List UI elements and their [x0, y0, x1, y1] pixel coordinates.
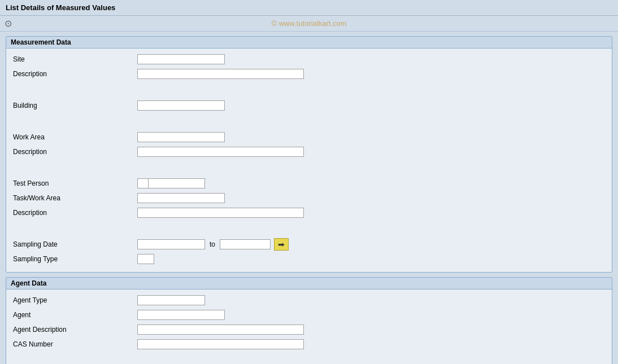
spacer-3	[13, 160, 605, 173]
main-content: Measurement Data Site Description Buildi…	[0, 32, 618, 364]
task-work-area-row: Task/Work Area	[13, 192, 605, 204]
agent-section-body: Agent Type Agent Agent Description CAS N…	[6, 290, 612, 364]
sampling-date-arrow-button[interactable]: ➡	[274, 238, 289, 251]
sampling-date-from-input[interactable]	[137, 239, 205, 249]
work-area-description-input[interactable]	[137, 147, 304, 157]
test-person-prefix-input[interactable]	[137, 178, 149, 188]
measurement-section-body: Site Description Building Work Area	[6, 49, 612, 272]
task-work-area-input[interactable]	[137, 193, 225, 203]
task-description-input[interactable]	[137, 208, 304, 218]
test-person-inputs	[137, 178, 205, 188]
agent-description-row: Agent Description	[13, 323, 605, 336]
to-label-1: to	[210, 240, 215, 248]
agent-label: Agent	[13, 311, 137, 319]
building-label: Building	[13, 102, 137, 109]
building-input[interactable]	[137, 100, 225, 111]
measurement-section: Measurement Data Site Description Buildi…	[6, 36, 612, 273]
site-input[interactable]	[137, 54, 225, 64]
test-person-name-input[interactable]	[149, 178, 205, 188]
work-area-input[interactable]	[137, 132, 225, 142]
work-area-description-row: Description	[13, 146, 605, 158]
site-row: Site	[13, 53, 605, 65]
cas-number-input[interactable]	[137, 339, 304, 349]
agent-description-input[interactable]	[137, 324, 304, 335]
toolbar: ⊙ © www.tutorialkart.com	[0, 16, 618, 32]
sampling-type-input[interactable]	[137, 254, 154, 264]
agent-type-input[interactable]	[137, 295, 205, 305]
building-row: Building	[13, 99, 605, 112]
agent-input[interactable]	[137, 310, 225, 320]
watermark: © www.tutorialkart.com	[271, 19, 346, 28]
agent-description-label: Agent Description	[13, 326, 137, 334]
sampling-type-row: Sampling Type	[13, 253, 605, 265]
spacer-1	[13, 82, 605, 95]
sampling-type-label: Sampling Type	[13, 255, 137, 263]
task-description-row: Description	[13, 207, 605, 219]
agent-section-header: Agent Data	[6, 278, 612, 290]
work-area-description-label: Description	[13, 148, 137, 156]
site-label: Site	[13, 55, 137, 63]
description-input-1[interactable]	[137, 69, 304, 79]
measurement-section-header: Measurement Data	[6, 37, 612, 49]
sampling-date-row: Sampling Date to ➡	[13, 238, 605, 251]
description-label-1: Description	[13, 70, 137, 78]
work-area-row: Work Area	[13, 131, 605, 143]
clock-icon: ⊙	[5, 18, 12, 29]
sampling-date-label: Sampling Date	[13, 240, 137, 248]
task-work-area-label: Task/Work Area	[13, 194, 137, 202]
sampling-date-to-input[interactable]	[220, 239, 271, 249]
description-row-1: Description	[13, 68, 605, 80]
page-title: List Details of Measured Values	[6, 3, 115, 12]
agent-section: Agent Data Agent Type Agent Agent Descri…	[6, 277, 612, 364]
cas-number-row: CAS Number	[13, 338, 605, 350]
title-bar: List Details of Measured Values	[0, 0, 618, 16]
agent-type-row: Agent Type	[13, 294, 605, 306]
spacer-2	[13, 114, 605, 126]
agent-type-label: Agent Type	[13, 296, 137, 304]
cas-number-label: CAS Number	[13, 340, 137, 348]
task-description-label: Description	[13, 209, 137, 217]
agent-row: Agent	[13, 309, 605, 321]
test-person-label: Test Person	[13, 179, 137, 187]
test-person-row: Test Person	[13, 177, 605, 190]
spacer-5	[13, 353, 605, 364]
spacer-4	[13, 221, 605, 234]
work-area-label: Work Area	[13, 133, 137, 141]
